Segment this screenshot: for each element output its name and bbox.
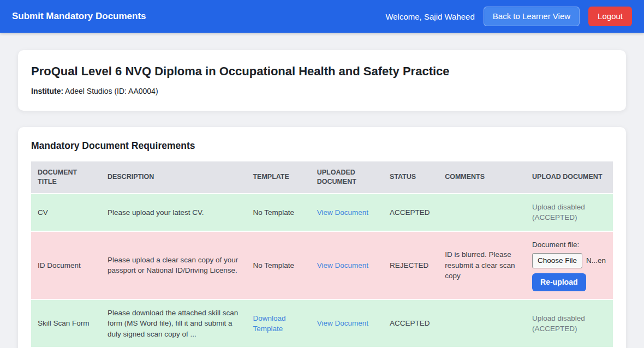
welcome-text: Welcome, Sajid Waheed bbox=[385, 12, 474, 21]
upload-document-cell: Upload disabled (ACCEPTED) bbox=[526, 299, 613, 348]
template-cell-text: No Template bbox=[253, 261, 294, 269]
table-row: CV Please upload your latest CV. No Temp… bbox=[31, 194, 613, 231]
column-header-uploaded-document: UPLOADED DOCUMENT bbox=[311, 161, 383, 194]
comments-cell bbox=[438, 299, 526, 348]
institute-value: Adeel Studios (ID: AA0004) bbox=[65, 87, 158, 95]
table-header-row: DOCUMENT TITLE DESCRIPTION TEMPLATE UPLO… bbox=[31, 161, 613, 194]
app-title: Submit Mandatory Documents bbox=[12, 11, 146, 22]
column-header-document-title: DOCUMENT TITLE bbox=[31, 161, 101, 194]
column-header-comments: COMMENTS bbox=[438, 161, 526, 194]
upload-document-cell: Document file: Choose File N...en Re-upl… bbox=[526, 231, 613, 299]
description-cell: Please upload a clear scan copy of your … bbox=[101, 231, 247, 299]
template-cell-text[interactable]: Download Template bbox=[253, 314, 285, 333]
description-cell: Please upload your latest CV. bbox=[101, 194, 247, 231]
template-cell: No Template bbox=[246, 194, 310, 231]
upload-form: Document file: Choose File N...en Re-upl… bbox=[532, 239, 606, 291]
table-row: Skill Scan Form Please download the atta… bbox=[31, 299, 613, 348]
column-header-upload-document: UPLOAD DOCUMENT bbox=[526, 161, 613, 194]
upload-document-cell: Upload disabled (ACCEPTED) bbox=[526, 194, 613, 231]
institute-label: Institute: bbox=[31, 87, 63, 95]
comments-cell bbox=[438, 194, 526, 231]
course-title: ProQual Level 6 NVQ Diploma in Occupatio… bbox=[31, 64, 613, 79]
column-header-description: DESCRIPTION bbox=[101, 161, 247, 194]
requirements-table: DOCUMENT TITLE DESCRIPTION TEMPLATE UPLO… bbox=[31, 161, 613, 348]
navbar: Submit Mandatory Documents Welcome, Saji… bbox=[0, 0, 644, 33]
description-cell: Please download the attached skill scan … bbox=[101, 299, 247, 348]
re-upload-button[interactable]: Re-upload bbox=[532, 273, 586, 291]
file-name-text: N...en bbox=[586, 255, 606, 266]
status-cell: REJECTED bbox=[383, 231, 438, 299]
main-content: ProQual Level 6 NVQ Diploma in Occupatio… bbox=[0, 33, 644, 348]
document-title-cell: Skill Scan Form bbox=[31, 299, 101, 348]
view-document-link[interactable]: View Document bbox=[317, 319, 368, 327]
column-header-template: TEMPLATE bbox=[246, 161, 310, 194]
requirements-table-body: CV Please upload your latest CV. No Temp… bbox=[31, 194, 613, 348]
template-cell-text: No Template bbox=[253, 208, 294, 217]
navbar-right: Welcome, Sajid Waheed Back to Learner Vi… bbox=[385, 7, 632, 26]
status-cell: ACCEPTED bbox=[383, 299, 438, 348]
document-file-label: Document file: bbox=[532, 239, 606, 250]
upload-disabled-note: Upload disabled (ACCEPTED) bbox=[532, 313, 606, 334]
view-document-link[interactable]: View Document bbox=[317, 261, 368, 269]
comments-cell: ID is blurred. Please resubmit a clear s… bbox=[438, 231, 526, 299]
template-cell: No Template bbox=[246, 231, 310, 299]
document-title-cell: CV bbox=[31, 194, 101, 231]
choose-file-button[interactable]: Choose File bbox=[532, 253, 582, 268]
institute-line: Institute:Adeel Studios (ID: AA0004) bbox=[31, 87, 613, 95]
template-cell: Download Template bbox=[246, 299, 310, 348]
back-to-learner-view-button[interactable]: Back to Learner View bbox=[484, 7, 580, 26]
file-input[interactable]: Choose File N...en bbox=[532, 253, 606, 268]
table-row: ID Document Please upload a clear scan c… bbox=[31, 231, 613, 299]
upload-disabled-note: Upload disabled (ACCEPTED) bbox=[532, 202, 606, 223]
uploaded-document-cell: View Document bbox=[311, 299, 383, 348]
requirements-card: Mandatory Document Requirements DOCUMENT… bbox=[18, 127, 626, 348]
uploaded-document-cell: View Document bbox=[311, 194, 383, 231]
requirements-title: Mandatory Document Requirements bbox=[31, 140, 613, 152]
column-header-status: STATUS bbox=[383, 161, 438, 194]
document-title-cell: ID Document bbox=[31, 231, 101, 299]
course-card: ProQual Level 6 NVQ Diploma in Occupatio… bbox=[18, 50, 626, 111]
uploaded-document-cell: View Document bbox=[311, 231, 383, 299]
logout-button[interactable]: Logout bbox=[588, 7, 632, 26]
status-cell: ACCEPTED bbox=[383, 194, 438, 231]
view-document-link[interactable]: View Document bbox=[317, 208, 368, 217]
